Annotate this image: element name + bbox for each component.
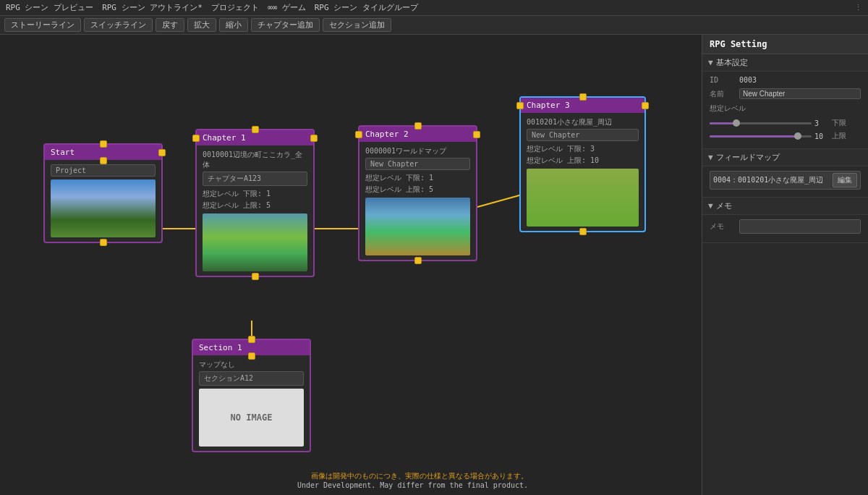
chapter1-node[interactable]: Chapter 1 0010001辺境の町ここカラ_全体 チャプターA123 想… [195,129,315,277]
chapter2-connector-right[interactable] [473,131,480,138]
menu-rpg-outline[interactable]: RPG シーン アウトライン* [102,2,203,13]
chapter1-mapid: 0010001辺境の町ここカラ_全体 [203,150,307,170]
chapter3-image [527,169,639,227]
map-field-value: 0004：0010201小さな廃屋_周辺 [713,175,830,185]
map-field-row: 0004：0010201小さな廃屋_周辺 編集 [710,171,861,190]
add-chapter-btn[interactable]: チャプター追加 [251,18,320,32]
menu-game[interactable]: ∞∞ ゲーム [268,2,306,13]
level-max-fill [710,135,796,138]
start-project-field: Project [51,164,156,177]
start-node[interactable]: Start Project [43,143,163,243]
chapter1-connector-top[interactable] [252,126,259,133]
chapter2-level-max: 想定レベル 上限: 5 [365,185,470,195]
level-min-value: 3 [814,119,829,127]
chapter2-connector-top[interactable] [414,122,422,130]
id-row: ID 0003 [710,76,861,84]
chapter1-bottom-connector[interactable] [252,273,259,280]
chapter3-connector-right[interactable] [642,102,649,109]
under-dev-line1: 画像は開発中のものにつき、実際の仕様と異なる場合があります。 [297,471,528,481]
under-development-notice: 画像は開発中のものにつき、実際の仕様と異なる場合があります。 Under Dev… [297,471,528,489]
chapter2-header: Chapter 2 [359,127,476,142]
section1-connector-bottom[interactable] [248,352,255,360]
level-max-thumb[interactable] [794,132,801,140]
chapter2-node[interactable]: Chapter 2 0000001ワールドマップ New Chapter 想定レ… [358,125,477,261]
menu-dots[interactable]: ⋮ [854,3,862,12]
chapter2-connector-left[interactable] [355,131,362,138]
level-min-slider-row: 3 下限 [710,118,861,128]
basic-settings-label: 基本設定 [716,57,748,68]
chapter1-connector-right[interactable] [310,135,318,142]
menu-tile-group[interactable]: RPG シーン タイルグループ [315,2,418,13]
section1-header: Section 1 [193,340,310,355]
chapter1-image [203,213,307,271]
chapter1-level-max: 想定レベル 上限: 5 [203,200,307,211]
right-panel: RPG Setting ▼ 基本設定 ID 0003 名前 想定レベル [702,35,868,495]
menu-project[interactable]: プロジェクト [211,2,259,13]
name-row: 名前 [710,88,861,99]
chapter3-header: Chapter 3 [521,98,644,113]
start-connector-top[interactable] [100,140,107,148]
zoom-in-btn[interactable]: 拡大 [187,18,216,32]
zoom-out-btn[interactable]: 縮小 [219,18,248,32]
start-node-image [51,179,156,237]
switchline-btn[interactable]: スイッチライン [84,18,153,32]
start-node-body: Project [45,160,161,242]
section1-node[interactable]: Section 1 マップなし セクションA12 NO IMAGE [192,339,311,452]
field-map-arrow: ▼ [708,153,713,162]
field-map-label: フィールドマップ [716,152,780,163]
memo-header[interactable]: ▼ メモ [702,198,868,215]
level-max-track[interactable] [710,135,812,138]
storyline-btn[interactable]: ストーリーライン [4,18,81,32]
chapter3-connector-left[interactable] [516,102,524,109]
chapter3-title: Chapter 3 [527,101,570,110]
undo-btn[interactable]: 戻す [156,18,184,32]
chapter2-field[interactable]: New Chapter [365,158,470,170]
chapter2-title: Chapter 2 [365,130,409,139]
section1-field[interactable]: セクションA12 [199,371,304,386]
chapter2-mapid: 0000001ワールドマップ [365,146,470,156]
section1-title: Section 1 [199,343,242,352]
basic-settings-header[interactable]: ▼ 基本設定 [702,54,868,72]
start-connector-bottom[interactable] [100,157,107,164]
section1-image: NO IMAGE [199,389,304,447]
add-section-btn[interactable]: セクション追加 [323,18,391,32]
level-min-track[interactable] [710,122,812,124]
start-connector-right[interactable] [158,149,166,156]
chapter1-field[interactable]: チャプターA123 [203,172,307,186]
field-map-header[interactable]: ▼ フィールドマップ [702,149,868,166]
map-edit-btn[interactable]: 編集 [833,173,857,187]
level-max-value: 10 [814,132,829,140]
memo-field-label: メモ [710,221,735,232]
main-layout: Start Project Chapter 1 0010001辺境の町ここカラ_… [0,35,868,495]
chapter1-connector-left[interactable] [192,135,200,142]
start-node-title: Start [51,148,75,157]
chapter3-field[interactable]: New Chapter [527,129,639,141]
menu-bar: RPG シーン プレビュー RPG シーン アウトライン* プロジェクト ∞∞ … [0,0,868,16]
field-map-content: 0004：0010201小さな廃屋_周辺 編集 [702,166,868,198]
level-label-row: 想定レベル [710,103,861,114]
start-bottom-connector[interactable] [100,239,107,246]
name-label: 名前 [710,89,735,99]
chapter1-title: Chapter 1 [203,133,246,143]
level-min-thumb[interactable] [733,119,740,127]
chapter3-connector-top[interactable] [579,93,587,101]
menu-rpg-preview[interactable]: RPG シーン プレビュー [6,2,93,13]
chapter2-image [365,198,470,255]
under-dev-line2: Under Development. May differ from the f… [297,481,528,489]
basic-settings-content: ID 0003 名前 想定レベル 3 下限 [702,72,868,149]
name-input[interactable] [739,88,861,99]
memo-label: メモ [716,200,732,211]
chapter2-bottom-connector[interactable] [414,257,422,264]
memo-content: メモ [702,215,868,243]
section1-connector-top[interactable] [248,336,255,343]
memo-arrow: ▼ [708,201,713,211]
chapter3-node[interactable]: Chapter 3 0010201小さな廃屋_周辺 New Chapter 想定… [519,96,646,232]
toolbar: ストーリーライン スイッチライン 戻す 拡大 縮小 チャプター追加 セクション追… [0,16,868,35]
start-node-header: Start [45,145,161,160]
chapter2-body: 0000001ワールドマップ New Chapter 想定レベル 下限: 1 想… [359,142,476,260]
canvas-area[interactable]: Start Project Chapter 1 0010001辺境の町ここカラ_… [0,35,702,495]
basic-settings-arrow: ▼ [708,58,713,67]
memo-input[interactable] [739,219,861,234]
chapter3-bottom-connector[interactable] [579,228,587,235]
level-min-suffix: 下限 [832,118,861,128]
